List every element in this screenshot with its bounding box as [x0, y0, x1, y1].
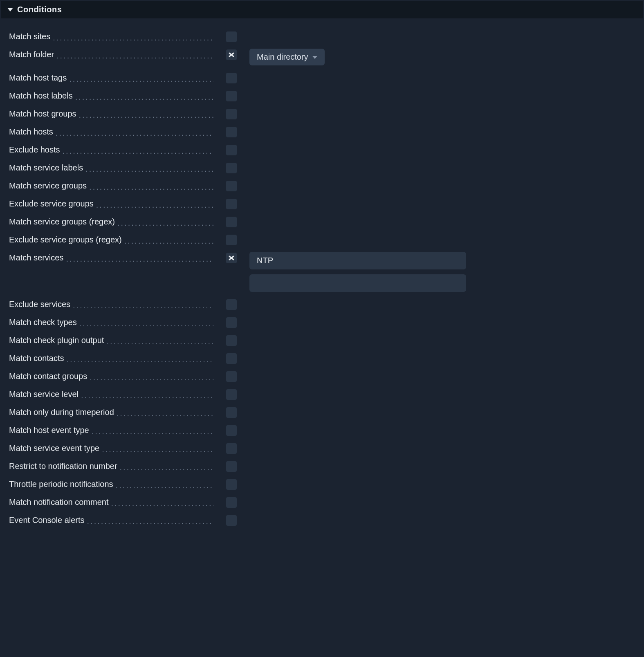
checkbox-match-check-plugin-output[interactable] [226, 335, 237, 346]
condition-label: Match host tags [9, 72, 213, 83]
dotted-leader [85, 165, 213, 173]
condition-label-text: Match contact groups [9, 372, 87, 381]
checkbox-match-sites[interactable] [226, 31, 237, 42]
checkbox-column [222, 49, 241, 60]
condition-label: Match notification comment [9, 496, 213, 508]
checkbox-match-service-level[interactable] [226, 389, 237, 400]
checkbox-event-console-alerts[interactable] [226, 515, 237, 526]
condition-label-text: Match hosts [9, 127, 53, 137]
checkbox-column [222, 162, 241, 173]
checkbox-exclude-service-groups[interactable] [226, 199, 237, 209]
checkbox-column [222, 298, 241, 310]
condition-label: Match services [9, 252, 213, 263]
checkbox-column [222, 126, 241, 137]
condition-label-text: Exclude service groups [9, 199, 94, 209]
condition-row-match-host-tags: Match host tags [9, 69, 641, 87]
condition-label: Exclude service groups (regex) [9, 234, 213, 245]
dotted-leader [90, 374, 213, 382]
checkbox-column [222, 72, 241, 83]
conditions-content: Match sitesMatch folderMain directoryMat… [0, 19, 644, 537]
checkbox-exclude-hosts[interactable] [226, 145, 237, 155]
checkbox-column [222, 478, 241, 490]
condition-row-throttle-periodic-notifications: Throttle periodic notifications [9, 475, 641, 493]
checkbox-match-check-types[interactable] [226, 317, 237, 328]
checkbox-match-hosts[interactable] [226, 127, 237, 137]
condition-row-match-sites: Match sites [9, 27, 641, 45]
condition-label-text: Match notification comment [9, 498, 108, 507]
checkbox-match-only-during-timeperiod[interactable] [226, 407, 237, 418]
chevron-down-icon [312, 56, 317, 59]
dotted-leader [63, 147, 213, 155]
condition-label-text: Match services [9, 253, 63, 262]
condition-label-text: Event Console alerts [9, 516, 85, 525]
checkbox-column [222, 406, 241, 418]
condition-row-match-folder: Match folderMain directory [9, 45, 641, 69]
service-match-input-0[interactable] [249, 252, 466, 269]
checkbox-match-host-groups[interactable] [226, 109, 237, 119]
dotted-leader [116, 482, 213, 490]
condition-row-match-check-types: Match check types [9, 313, 641, 331]
checkbox-match-service-groups[interactable] [226, 181, 237, 191]
checkbox-column [222, 388, 241, 400]
dotted-leader [75, 93, 213, 101]
condition-label: Match check types [9, 316, 213, 328]
checkbox-column [222, 316, 241, 328]
condition-label: Match host event type [9, 424, 213, 436]
condition-row-match-host-groups: Match host groups [9, 105, 641, 123]
dotted-leader [56, 129, 213, 137]
condition-row-exclude-service-groups-regex: Exclude service groups (regex) [9, 231, 641, 249]
condition-label: Exclude services [9, 298, 213, 310]
checkbox-match-service-event-type[interactable] [226, 443, 237, 454]
condition-label: Match check plugin output [9, 334, 213, 346]
checkbox-throttle-periodic-notifications[interactable] [226, 479, 237, 490]
condition-label-text: Match host labels [9, 91, 73, 101]
section-header-conditions[interactable]: Conditions [1, 1, 643, 18]
condition-label: Throttle periodic notifications [9, 478, 213, 490]
condition-label: Restrict to notification number [9, 460, 213, 472]
value-column [249, 252, 641, 292]
dotted-leader [87, 518, 213, 526]
checkbox-match-host-event-type[interactable] [226, 425, 237, 436]
condition-label-text: Restrict to notification number [9, 462, 117, 471]
checkbox-column [222, 496, 241, 508]
condition-label: Match only during timeperiod [9, 406, 213, 418]
checkbox-match-contacts[interactable] [226, 353, 237, 364]
checkbox-exclude-service-groups-regex[interactable] [226, 235, 237, 245]
condition-row-exclude-hosts: Exclude hosts [9, 141, 641, 159]
checkbox-column [222, 108, 241, 119]
dotted-leader [117, 410, 213, 418]
condition-label: Match service groups (regex) [9, 216, 213, 227]
checkbox-column [222, 180, 241, 191]
dotted-leader [53, 34, 213, 42]
section-title: Conditions [17, 5, 62, 14]
condition-row-match-contact-groups: Match contact groups [9, 367, 641, 385]
condition-label-text: Match service groups (regex) [9, 217, 115, 226]
checkbox-exclude-services[interactable] [226, 299, 237, 310]
condition-label: Match service event type [9, 442, 213, 454]
checkbox-match-notification-comment[interactable] [226, 497, 237, 508]
condition-label-text: Match check types [9, 318, 77, 327]
dotted-leader [96, 201, 213, 209]
checkbox-column [222, 424, 241, 436]
checkbox-match-service-labels[interactable] [226, 163, 237, 173]
checkbox-match-folder[interactable] [226, 49, 237, 60]
condition-label: Match service groups [9, 180, 213, 191]
condition-label-text: Match only during timeperiod [9, 408, 114, 417]
condition-label: Match contact groups [9, 370, 213, 382]
condition-row-match-check-plugin-output: Match check plugin output [9, 331, 641, 349]
checkbox-match-services[interactable] [226, 253, 237, 263]
value-column: Main directory [249, 49, 641, 65]
checkbox-column [222, 460, 241, 472]
condition-label-text: Match check plugin output [9, 336, 104, 345]
condition-label-text: Match host tags [9, 73, 67, 83]
condition-row-restrict-to-notification-number: Restrict to notification number [9, 457, 641, 475]
checkbox-restrict-to-notification-number[interactable] [226, 461, 237, 472]
checkbox-match-contact-groups[interactable] [226, 371, 237, 382]
service-match-input-1[interactable] [249, 274, 466, 292]
condition-label: Match host groups [9, 108, 213, 119]
folder-dropdown[interactable]: Main directory [249, 49, 325, 65]
checkbox-match-host-labels[interactable] [226, 91, 237, 101]
checkbox-match-service-groups-regex[interactable] [226, 217, 237, 227]
checkbox-match-host-tags[interactable] [226, 73, 237, 83]
condition-label: Exclude hosts [9, 144, 213, 155]
